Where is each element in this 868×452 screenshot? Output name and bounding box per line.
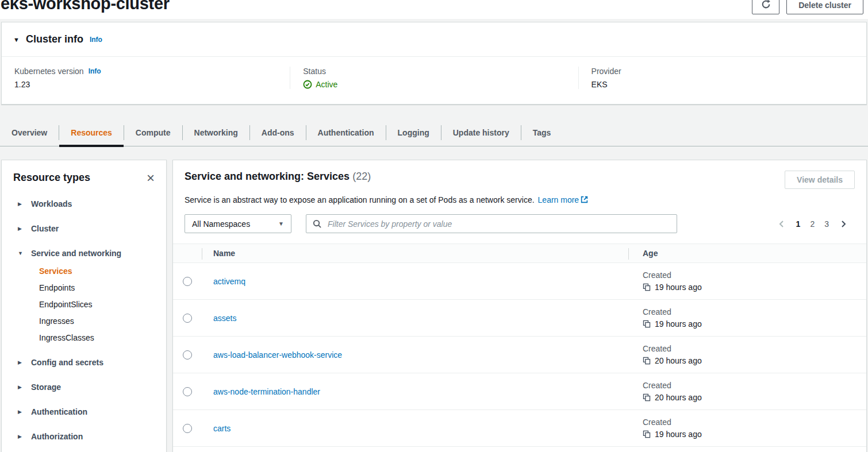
tab-label: Add-ons	[262, 128, 294, 137]
table-row-activemq: activemq Created 19 hours ago	[173, 263, 866, 300]
namespace-select-value: All Namespaces	[192, 219, 250, 229]
created-label: Created	[643, 271, 866, 280]
row-select-cell	[173, 314, 202, 323]
sidebar-section-toggle[interactable]: ▶ Authentication	[13, 407, 155, 416]
delete-cluster-button[interactable]: Delete cluster	[786, 0, 863, 14]
search-input[interactable]	[327, 219, 670, 229]
sidebar-section-label: Service and networking	[31, 249, 121, 258]
info-link[interactable]: Info	[89, 67, 101, 75]
tab-label: Resources	[71, 128, 112, 137]
age-value: 19 hours ago	[643, 319, 866, 329]
row-age-cell: Created 19 hours ago	[629, 418, 866, 439]
view-details-button[interactable]: View details	[785, 171, 855, 189]
page-number-3[interactable]: 3	[824, 219, 829, 229]
page-number-2[interactable]: 2	[810, 219, 815, 229]
copy-icon[interactable]	[643, 283, 651, 291]
learn-more-link[interactable]: Learn more	[538, 195, 589, 204]
previous-page-button[interactable]	[777, 219, 786, 229]
cluster-info-header[interactable]: ▼ Cluster info Info	[2, 22, 866, 57]
row-select-cell	[173, 277, 202, 286]
service-name-link[interactable]: activemq	[213, 277, 245, 286]
tab-resources[interactable]: Resources	[59, 119, 124, 146]
sidebar-section-toggle[interactable]: ▶ Cluster	[13, 224, 155, 233]
close-icon[interactable]: ×	[147, 173, 155, 183]
next-page-button[interactable]	[839, 219, 848, 229]
row-radio[interactable]	[183, 350, 192, 360]
services-count: (22)	[352, 171, 371, 182]
tab-tags[interactable]: Tags	[521, 119, 563, 146]
tab-authentication[interactable]: Authentication	[306, 119, 386, 146]
tab-add-ons[interactable]: Add-ons	[250, 119, 306, 146]
service-name-link[interactable]: aws-load-balancer-webhook-service	[213, 350, 342, 360]
disclosure-triangle-icon: ▶	[18, 360, 24, 365]
table-row-aws-load-balancer-webhook-service: aws-load-balancer-webhook-service Create…	[173, 337, 866, 373]
cluster-info-card: ▼ Cluster info Info Kubernetes version I…	[1, 22, 867, 105]
sidebar-section-storage: ▶ Storage	[13, 383, 155, 392]
row-age-cell: Created 20 hours ago	[629, 344, 866, 365]
sidebar-section-toggle[interactable]: ▶ Config and secrets	[13, 358, 155, 367]
service-name-link[interactable]: carts	[213, 424, 231, 433]
table-row-assets: assets Created 19 hours ago	[173, 300, 866, 337]
row-age-cell: Created 19 hours ago	[629, 271, 866, 292]
sidebar-section-toggle[interactable]: ▼ Service and networking	[13, 249, 155, 258]
resource-types-title: Resource types	[13, 172, 90, 184]
content-area: Resource types × ▶ Workloads ▶ Cluster ▼…	[1, 160, 867, 452]
chevron-right-icon	[839, 219, 848, 229]
copy-icon[interactable]	[643, 430, 651, 438]
column-header-name: Name	[202, 249, 629, 258]
sidebar-item-endpoints[interactable]: Endpoints	[39, 283, 155, 292]
table-row-carts: carts Created 19 hours ago	[173, 410, 866, 447]
copy-icon[interactable]	[643, 357, 651, 365]
services-table: Name Age activemq Created 19 hours ago a…	[173, 244, 866, 452]
sidebar-section-items: ServicesEndpointsEndpointSlicesIngresses…	[39, 266, 155, 342]
tab-label: Update history	[453, 128, 509, 137]
chevron-down-icon: ▼	[278, 221, 284, 227]
cluster-info-field-status: Status Active	[290, 67, 578, 89]
row-age-cell: Created 20 hours ago	[629, 381, 866, 402]
filter-row: All Namespaces ▼ 123	[185, 214, 855, 233]
chevron-left-icon	[777, 219, 786, 229]
service-name-link[interactable]: aws-node-termination-handler	[213, 387, 320, 396]
sidebar-section-authorization: ▶ Authorization	[13, 432, 155, 441]
tab-label: Logging	[398, 128, 429, 137]
collapse-caret-icon: ▼	[13, 36, 20, 43]
created-label: Created	[643, 344, 866, 353]
table-header: Name Age	[173, 244, 866, 263]
field-value: 1.23	[14, 80, 277, 89]
sidebar-section-toggle[interactable]: ▶ Authorization	[13, 432, 155, 441]
search-box	[306, 214, 677, 233]
tab-logging[interactable]: Logging	[386, 119, 441, 146]
age-value: 19 hours ago	[643, 283, 866, 292]
field-value: Active	[303, 80, 565, 89]
tab-networking[interactable]: Networking	[183, 119, 249, 146]
row-radio[interactable]	[183, 314, 192, 323]
namespace-select[interactable]: All Namespaces ▼	[185, 214, 291, 233]
copy-icon[interactable]	[643, 393, 651, 401]
page-number-1[interactable]: 1	[796, 219, 801, 229]
service-name-link[interactable]: assets	[213, 314, 236, 323]
tab-compute[interactable]: Compute	[124, 119, 182, 146]
sidebar-section-toggle[interactable]: ▶ Storage	[13, 383, 155, 392]
sidebar-item-endpointslices[interactable]: EndpointSlices	[39, 300, 155, 309]
sidebar-section-toggle[interactable]: ▶ Workloads	[13, 199, 155, 208]
sidebar-item-services[interactable]: Services	[39, 266, 155, 276]
created-label: Created	[643, 307, 866, 316]
sidebar-section-label: Authorization	[31, 432, 83, 441]
copy-icon[interactable]	[643, 320, 651, 328]
tab-update-history[interactable]: Update history	[441, 119, 521, 146]
refresh-button[interactable]	[752, 0, 779, 14]
sidebar-item-ingresses[interactable]: Ingresses	[39, 316, 155, 326]
disclosure-triangle-icon: ▶	[18, 201, 24, 207]
disclosure-triangle-icon: ▶	[18, 226, 24, 231]
tab-overview[interactable]: Overview	[0, 119, 59, 146]
cluster-info-info-link[interactable]: Info	[90, 36, 102, 44]
row-radio[interactable]	[183, 277, 192, 286]
tab-bar: OverviewResourcesComputeNetworkingAdd-on…	[0, 119, 868, 146]
sidebar-section-label: Config and secrets	[31, 358, 103, 367]
field-label: Kubernetes version Info	[14, 67, 277, 76]
row-radio[interactable]	[183, 424, 192, 433]
disclosure-triangle-icon: ▼	[18, 250, 24, 256]
sidebar-item-ingressclasses[interactable]: IngressClasses	[39, 333, 155, 342]
row-radio[interactable]	[183, 387, 192, 396]
table-body: activemq Created 19 hours ago assets Cre…	[173, 263, 866, 452]
